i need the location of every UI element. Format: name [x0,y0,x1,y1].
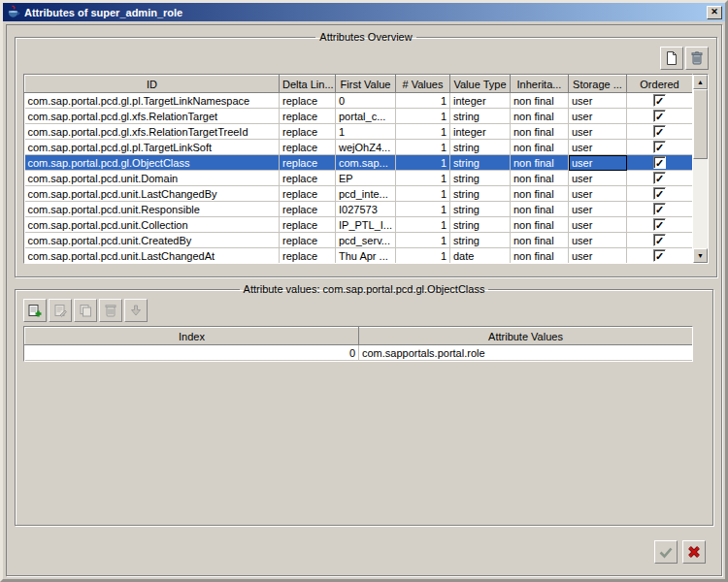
cell-value-type[interactable]: string [450,217,511,233]
scroll-up-button[interactable]: ▲ [693,75,708,89]
cell-id[interactable]: com.sap.portal.pcd.gl.xfs.RelationTarget [25,109,280,124]
cell-num-values[interactable]: 1 [396,140,450,155]
cell-delta[interactable]: replace [280,233,336,248]
cell-num-values[interactable]: 1 [396,248,450,264]
cell-num-values[interactable]: 1 [396,233,450,248]
cell-first-value[interactable]: com.sap... [336,155,396,171]
cell-delta[interactable]: replace [280,155,336,171]
cell-storage[interactable]: user [569,248,627,264]
cell-value-type[interactable]: string [450,233,511,248]
cell-id[interactable]: com.sap.portal.pcd.gl.xfs.RelationTarget… [25,124,280,140]
scrollbar-thumb[interactable] [693,89,708,159]
cell-ordered[interactable]: ✓ [627,233,693,248]
cell-delta[interactable]: replace [280,202,336,217]
cell-ordered[interactable]: ✓ [627,217,693,233]
vertical-scrollbar[interactable]: ▲ ▼ [693,74,709,264]
table-row[interactable]: com.sap.portal.pcd.gl.pl.TargetLinkSoftr… [25,140,693,155]
ordered-checkbox[interactable]: ✓ [653,218,666,231]
cell-first-value[interactable]: I027573 [336,202,396,217]
cell-first-value[interactable]: 0 [336,93,396,109]
cell-delta[interactable]: replace [280,109,336,124]
table-row[interactable]: com.sap.portal.pcd.unit.Responsiblerepla… [25,202,693,217]
cell-delta[interactable]: replace [280,217,336,233]
cell-storage[interactable]: user [569,186,627,202]
edit-value-button[interactable] [49,299,72,322]
cell-delta[interactable]: replace [280,124,336,140]
ordered-checkbox[interactable]: ✓ [653,172,666,184]
cell-first-value[interactable]: wejOhZ4... [336,140,396,155]
cell-ordered[interactable]: ✓ [627,248,693,264]
cell-ordered[interactable]: ✓ [627,155,693,171]
cell-ordered[interactable]: ✓ [627,93,693,109]
cell-num-values[interactable]: 1 [396,155,450,171]
title-bar[interactable]: Attributes of super_admin_role ✕ [3,3,725,21]
cell-delta[interactable]: replace [280,248,336,264]
table-row[interactable]: com.sap.portal.pcd.unit.LastChangedByrep… [25,186,693,202]
cell-first-value[interactable]: 1 [336,124,396,140]
cell-inheritance[interactable]: non final [511,233,569,248]
cell-storage[interactable]: user [569,109,627,124]
column-header[interactable]: Attribute Values [359,328,693,345]
cell-storage[interactable]: user [569,171,627,186]
cell-inheritance[interactable]: non final [511,93,569,109]
cancel-button[interactable] [682,540,706,564]
cell-num-values[interactable]: 1 [396,186,450,202]
table-row[interactable]: com.sap.portal.pcd.gl.pl.TargetLinkNames… [25,93,693,109]
cell-inheritance[interactable]: non final [511,186,569,202]
table-row[interactable]: com.sap.portal.pcd.gl.ObjectClassreplace… [25,155,693,171]
cell-first-value[interactable]: IP_PTL_I... [336,217,396,233]
cell-storage[interactable]: user [569,202,627,217]
cell-first-value[interactable]: Thu Apr ... [336,248,396,264]
delete-attribute-button[interactable] [685,47,709,70]
column-header[interactable]: ID [25,76,280,93]
cell-id[interactable]: com.sap.portal.pcd.unit.Collection [25,217,280,233]
cell-value-type[interactable]: integer [450,124,511,140]
ordered-checkbox[interactable]: ✓ [653,125,666,138]
cell-storage[interactable]: user [569,217,627,233]
column-header[interactable]: Storage ... [569,76,627,93]
cell-id[interactable]: com.sap.portal.pcd.unit.LastChangedAt [25,248,280,264]
table-row[interactable]: 0com.sapportals.portal.role [25,345,693,361]
ordered-checkbox[interactable]: ✓ [653,94,666,107]
cell-storage[interactable]: user [569,233,627,248]
cell-delta[interactable]: replace [280,93,336,109]
cell-num-values[interactable]: 1 [396,217,450,233]
cell-delta[interactable]: replace [280,186,336,202]
ordered-checkbox[interactable]: ✓ [653,156,666,169]
cell-first-value[interactable]: portal_c... [336,109,396,124]
table-row[interactable]: com.sap.portal.pcd.unit.Collectionreplac… [25,217,693,233]
cell-id[interactable]: com.sap.portal.pcd.unit.Responsible [25,202,280,217]
cell-value-type[interactable]: string [450,186,511,202]
copy-value-button[interactable] [74,299,97,322]
cell-storage[interactable]: user [569,124,627,140]
cell-delta[interactable]: replace [280,140,336,155]
table-row[interactable]: com.sap.portal.pcd.unit.LastChangedAtrep… [25,248,693,264]
cell-inheritance[interactable]: non final [511,202,569,217]
cell-id[interactable]: com.sap.portal.pcd.gl.pl.TargetLinkSoft [25,140,280,155]
ordered-checkbox[interactable]: ✓ [653,234,666,246]
cell-inheritance[interactable]: non final [511,124,569,140]
cell-inheritance[interactable]: non final [511,171,569,186]
cell-value-type[interactable]: string [450,140,511,155]
column-header[interactable]: # Values [396,76,450,93]
close-button[interactable]: ✕ [707,6,722,19]
column-header[interactable]: Value Type [450,76,511,93]
cell-num-values[interactable]: 1 [396,93,450,109]
cell-num-values[interactable]: 1 [396,171,450,186]
cell-storage[interactable]: user [569,155,627,171]
cell-first-value[interactable]: pcd_serv... [336,233,396,248]
cell-first-value[interactable]: EP [336,171,396,186]
cell-id[interactable]: com.sap.portal.pcd.unit.Domain [25,171,280,186]
delete-value-button[interactable] [99,299,122,322]
cell-inheritance[interactable]: non final [511,248,569,264]
cell-id[interactable]: com.sap.portal.pcd.unit.LastChangedBy [25,186,280,202]
cell-ordered[interactable]: ✓ [627,202,693,217]
table-row[interactable]: com.sap.portal.pcd.gl.xfs.RelationTarget… [25,124,693,140]
cell-storage[interactable]: user [569,140,627,155]
cell-inheritance[interactable]: non final [511,140,569,155]
ordered-checkbox[interactable]: ✓ [653,187,666,200]
new-attribute-button[interactable] [660,47,683,70]
column-header[interactable]: Inherita... [511,76,569,93]
scrollbar-track[interactable] [693,89,708,248]
cell-inheritance[interactable]: non final [511,155,569,171]
